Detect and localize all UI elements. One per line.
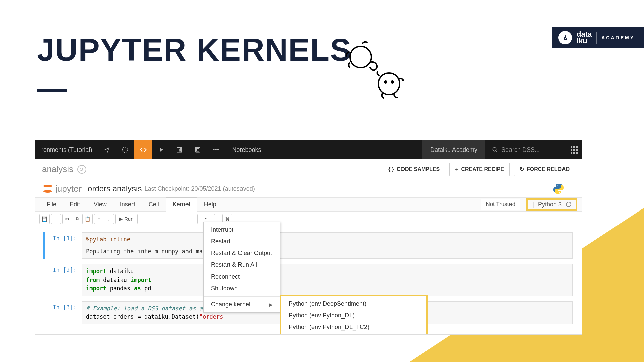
copy-icon[interactable]: ⧉ — [72, 214, 83, 224]
menu-file[interactable]: File — [40, 197, 63, 212]
kernel-status-icon — [566, 202, 571, 207]
menu-insert[interactable]: Insert — [113, 197, 142, 212]
trust-badge[interactable]: Not Trusted — [481, 199, 520, 210]
dataiku-academy-link[interactable]: Dataiku Academy — [422, 140, 485, 159]
section-notebooks[interactable]: Notebooks — [225, 146, 268, 154]
action-bar: analysis ⟳ { }CODE SAMPLES +CREATE RECIP… — [35, 159, 582, 179]
cell-prompt: In [3]: — [45, 301, 82, 324]
cell-prompt: In [2]: — [45, 264, 82, 296]
title-underline — [37, 89, 67, 92]
jupyter-toolbar: 💾 + ✂ ⧉ 📋 ↑ ↓ ▶Run ⌘ — [35, 212, 582, 226]
code-cell-2[interactable]: In [2]: import dataiku from dataiku impo… — [45, 264, 573, 296]
checkpoint-label: Last Checkpoint: 20/05/2021 (autosaved) — [144, 185, 255, 192]
svg-point-3 — [391, 81, 393, 83]
svg-point-8 — [493, 147, 496, 151]
move-up-icon[interactable]: ↑ — [94, 214, 104, 224]
kernel-option-python-dl[interactable]: Python (env Python_DL) — [281, 310, 426, 321]
menu-view[interactable]: View — [87, 197, 113, 212]
braces-icon: { } — [388, 166, 394, 172]
dataiku-logo-icon — [558, 31, 572, 44]
cut-icon[interactable]: ✂ — [62, 214, 72, 224]
create-recipe-button[interactable]: +CREATE RECIPE — [449, 163, 510, 176]
search-placeholder: Search DSS... — [501, 146, 540, 154]
paste-icon[interactable]: 📋 — [83, 214, 93, 224]
notebook-title[interactable]: orders analysis — [88, 184, 142, 193]
menu-restart[interactable]: Restart — [204, 236, 280, 247]
cell-body[interactable]: import dataiku from dataiku import impor… — [82, 264, 573, 296]
force-reload-button[interactable]: ↻FORCE RELOAD — [514, 163, 575, 176]
doodle-illustration — [342, 37, 413, 104]
svg-point-2 — [385, 81, 387, 83]
svg-point-1 — [378, 73, 400, 95]
menu-cell[interactable]: Cell — [142, 197, 166, 212]
dss-top-bar: ronments (Tutorial) ••• Notebooks Dataik… — [35, 140, 582, 159]
kernel-indicator[interactable]: | Python 3 — [526, 198, 577, 211]
code-samples-button[interactable]: { }CODE SAMPLES — [383, 163, 445, 176]
jupyter-menubar: File Edit View Insert Cell Kernel Help N… — [35, 197, 582, 212]
menu-separator — [204, 296, 280, 297]
cell-prompt: In [1]: — [45, 232, 82, 259]
jupyter-logo-icon — [43, 184, 53, 194]
apps-grid-icon[interactable] — [566, 146, 582, 154]
menu-restart-clear[interactable]: Restart & Clear Output — [204, 247, 280, 259]
menu-restart-run-all[interactable]: Restart & Run All — [204, 259, 280, 271]
more-icon[interactable]: ••• — [207, 140, 225, 159]
search-input[interactable]: Search DSS... — [485, 146, 566, 154]
chevron-right-icon: ▶ — [269, 302, 273, 307]
chart-icon[interactable] — [170, 140, 189, 159]
share-icon[interactable] — [98, 140, 116, 159]
play-icon[interactable] — [152, 140, 170, 159]
dss-screenshot: ronments (Tutorial) ••• Notebooks Dataik… — [35, 140, 582, 335]
menu-change-kernel[interactable]: Change kernel ▶ — [204, 299, 280, 310]
menu-reconnect[interactable]: Reconnect — [204, 271, 280, 283]
notebook-name-breadcrumb: analysis — [42, 164, 73, 174]
menu-interrupt[interactable]: Interrupt — [204, 224, 280, 236]
jupyter-logo[interactable]: jupyter — [43, 184, 82, 194]
svg-rect-6 — [196, 147, 200, 152]
cell-output: Populating the inte m numpy and matplotl… — [86, 247, 568, 256]
code-cell-1[interactable]: In [1]: %pylab inline Populating the int… — [43, 232, 573, 259]
kernel-option-python-dl-tc2[interactable]: Python (env Python_DL_TC2) — [281, 321, 426, 333]
run-button[interactable]: ▶Run — [115, 214, 138, 224]
search-icon — [492, 147, 498, 153]
flow-icon[interactable] — [116, 140, 134, 159]
refresh-icon[interactable]: ⟳ — [77, 165, 86, 174]
kernel-option-deepsentiment[interactable]: Python (env DeepSentiment) — [281, 298, 426, 310]
academy-label: ACADEMY — [601, 35, 635, 40]
jupyter-header: jupyter orders analysis Last Checkpoint:… — [35, 179, 582, 197]
academy-badge: data iku ACADEMY — [552, 27, 644, 48]
kernel-name-label: Python 3 — [538, 201, 562, 208]
kernel-dropdown: Interrupt Restart Restart & Clear Output… — [203, 222, 280, 313]
plus-icon: + — [455, 166, 458, 172]
move-down-icon[interactable]: ↓ — [104, 214, 114, 224]
dashboard-icon[interactable] — [189, 140, 207, 159]
breadcrumb-project[interactable]: ronments (Tutorial) — [35, 146, 98, 154]
badge-divider — [596, 32, 597, 44]
cell-body[interactable]: %pylab inline Populating the inte m nump… — [82, 232, 573, 259]
add-cell-icon[interactable]: + — [51, 214, 61, 224]
svg-rect-7 — [197, 148, 199, 151]
reload-icon: ↻ — [520, 166, 524, 172]
run-play-icon: ▶ — [119, 216, 123, 222]
code-icon[interactable] — [134, 140, 152, 159]
kernel-option-datascience[interactable]: Python (env datascience) — [281, 333, 426, 335]
menu-kernel[interactable]: Kernel — [166, 197, 197, 212]
menu-edit[interactable]: Edit — [63, 197, 87, 212]
change-kernel-submenu: Python (env DeepSentiment) Python (env P… — [280, 295, 428, 335]
svg-point-4 — [123, 147, 128, 153]
jupyter-logo-text: jupyter — [55, 184, 82, 194]
dataiku-wordmark: data iku — [577, 31, 592, 44]
svg-point-0 — [350, 46, 371, 68]
save-icon[interactable]: 💾 — [39, 214, 50, 224]
menu-shutdown[interactable]: Shutdown — [204, 283, 280, 294]
menu-help[interactable]: Help — [197, 197, 223, 212]
slide-title: JUPYTER KERNELS — [37, 32, 352, 68]
python-logo-icon — [552, 183, 565, 195]
